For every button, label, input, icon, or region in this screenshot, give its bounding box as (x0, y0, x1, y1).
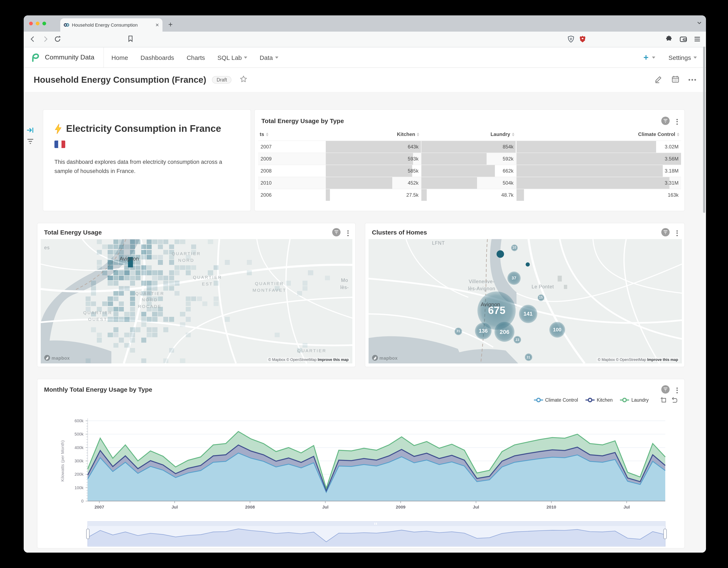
reload-icon[interactable] (54, 35, 63, 44)
cluster-dot[interactable] (496, 250, 504, 258)
back-icon[interactable] (29, 35, 38, 44)
map-label: LFNT (432, 240, 445, 247)
cross-filter-scope-icon[interactable] (661, 228, 670, 238)
svg-text:400k: 400k (75, 445, 84, 450)
cluster-bubble[interactable]: 23 (514, 336, 521, 344)
cluster-bubble[interactable]: 141 (519, 305, 537, 323)
forward-icon[interactable] (41, 35, 50, 44)
mapbox-logo[interactable]: mapbox (372, 355, 398, 361)
tab-close-icon[interactable]: ✕ (155, 22, 159, 28)
cluster-bubble[interactable]: 31 (525, 354, 532, 361)
close-window-button[interactable] (29, 22, 33, 25)
cluster-card-title[interactable]: Clusters of Homes (372, 229, 427, 236)
legend-item-climate-control[interactable]: Climate Control (534, 397, 578, 402)
window-controls[interactable] (29, 22, 46, 25)
zoom-select-icon[interactable] (660, 397, 667, 403)
heat-cell (102, 270, 107, 275)
datazoom-right-handle[interactable] (664, 529, 667, 539)
cross-filter-scope-icon[interactable] (661, 385, 670, 396)
nav-item-charts[interactable]: Charts (187, 54, 205, 61)
table-row-2009[interactable]: 2009593k592k3.56M (258, 153, 681, 165)
navbar-right: + Settings (643, 53, 706, 62)
restore-undo-icon[interactable] (671, 397, 678, 403)
add-new-caret-icon[interactable] (652, 56, 655, 58)
schedule-calendar-icon[interactable] (671, 75, 679, 85)
new-tab-button[interactable]: + (168, 19, 173, 30)
menu-hamburger-icon[interactable] (694, 35, 703, 44)
cross-filter-scope-icon[interactable] (661, 116, 670, 127)
edit-pencil-icon[interactable] (654, 75, 662, 85)
table-row-2007[interactable]: 2007643k854k3.02M (258, 140, 681, 153)
value-bar (516, 153, 681, 165)
cluster-bubble[interactable]: 31 (454, 328, 462, 335)
cluster-bubble[interactable]: 10 (511, 244, 518, 251)
preset-logo-icon[interactable] (30, 52, 41, 63)
map-attribution[interactable]: © Mapbox © OpenStreetMap Improve this ma… (596, 358, 679, 362)
wallet-icon[interactable] (679, 35, 689, 44)
cluster-bubble[interactable]: 100 (549, 322, 565, 338)
app-navbar: Community Data HomeDashboardsChartsSQL L… (24, 47, 706, 68)
cross-filter-scope-icon[interactable] (332, 228, 341, 238)
cluster-bubble[interactable]: 15 (537, 294, 544, 301)
expand-filter-bar-icon[interactable] (27, 127, 34, 135)
column-header-climate-control[interactable]: Climate Control (516, 128, 681, 140)
nav-item-home[interactable]: Home (111, 54, 128, 61)
card-menu-kebab-icon[interactable] (676, 118, 679, 125)
column-header-laundry[interactable]: Laundry (421, 128, 516, 140)
map-attribution[interactable]: © Mapbox © OpenStreetMap Improve this ma… (267, 358, 350, 362)
card-menu-kebab-icon[interactable] (347, 229, 349, 237)
more-ellipsis-icon[interactable] (689, 79, 696, 81)
datazoom-left-handle[interactable] (86, 529, 89, 539)
tab-search-chevron-icon[interactable] (697, 20, 702, 26)
area-chart-title[interactable]: Monthly Total Energy Usage by Type (44, 386, 152, 393)
sort-icon[interactable] (677, 132, 679, 136)
sort-icon[interactable] (266, 132, 268, 136)
cluster-map[interactable]: 675141136206100371015312331 LFNTVilleneu… (369, 239, 682, 364)
cluster-dot[interactable] (526, 262, 530, 266)
card-menu-kebab-icon[interactable] (676, 229, 679, 237)
area-chart[interactable]: 0100k200k300k400k500k600k2007Jul2008Jul2… (37, 406, 685, 547)
settings-menu[interactable]: Settings (669, 54, 697, 61)
dashboard-title[interactable]: Household Energy Consumption (France) (34, 75, 206, 85)
bookmark-icon[interactable] (127, 35, 136, 44)
add-new-button[interactable]: + (643, 53, 649, 62)
value-bar (421, 177, 477, 189)
table-row-2006[interactable]: 200627.5k48.7k163k (258, 189, 681, 201)
filter-funnel-icon[interactable] (27, 138, 34, 146)
table-row-2008[interactable]: 2008585k662k3.18M (258, 165, 681, 177)
page-scrollbar[interactable] (703, 47, 705, 213)
heat-cell (141, 244, 146, 249)
heatmap-map[interactable]: esAvignonQUARTIER NORDQUARTIER ESTQUARTI… (41, 239, 352, 364)
nav-item-data[interactable]: Data (260, 54, 278, 61)
workspace-name[interactable]: Community Data (45, 54, 94, 61)
legend-item-kitchen[interactable]: Kitchen (585, 397, 613, 402)
cluster-bubble[interactable]: 136 (475, 323, 492, 339)
nav-item-sql-lab[interactable]: SQL Lab (218, 54, 247, 61)
heat-cell (119, 338, 124, 343)
legend-item-laundry[interactable]: Laundry (620, 397, 649, 402)
cluster-bubble[interactable]: 37 (507, 271, 521, 285)
browser-tab[interactable]: Household Energy Consumption ✕ (60, 18, 162, 32)
zoom-window-button[interactable] (42, 22, 46, 25)
sort-icon[interactable] (417, 132, 419, 136)
extensions-puzzle-icon[interactable] (665, 35, 674, 44)
favorite-star-icon[interactable] (240, 75, 247, 84)
heatmap-card-title[interactable]: Total Energy Usage (44, 229, 102, 236)
heat-cell (102, 302, 107, 306)
brave-shield-icon[interactable] (567, 35, 576, 44)
column-header-kitchen[interactable]: Kitchen (325, 128, 421, 140)
nav-item-dashboards[interactable]: Dashboards (140, 54, 174, 61)
heat-cell (113, 239, 118, 244)
heat-cell (108, 296, 113, 301)
table-row-2010[interactable]: 2010452k504k3.31M (258, 177, 681, 189)
sort-icon[interactable] (512, 132, 514, 136)
column-header-ts[interactable]: ts (258, 128, 325, 140)
cluster-bubble[interactable]: 206 (494, 322, 514, 342)
table-card-title[interactable]: Total Energy Usage by Type (261, 117, 344, 124)
mapbox-logo[interactable]: mapbox (44, 355, 70, 361)
brave-lion-icon[interactable] (579, 35, 588, 44)
minimize-window-button[interactable] (36, 22, 39, 25)
card-menu-kebab-icon[interactable] (676, 387, 679, 394)
improve-map-link[interactable]: Improve this map (647, 358, 678, 362)
improve-map-link[interactable]: Improve this map (318, 358, 349, 362)
